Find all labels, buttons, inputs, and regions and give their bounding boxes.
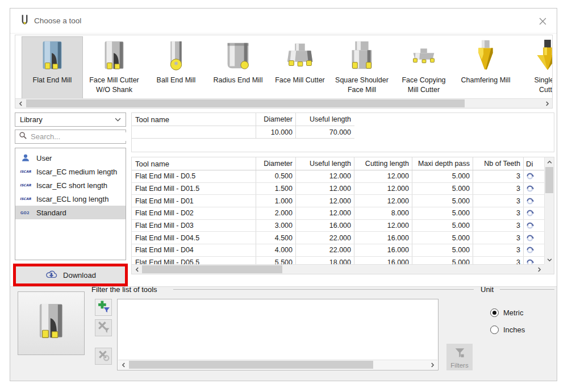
filters-button[interactable]: Filters bbox=[446, 344, 473, 370]
column-header[interactable]: Diameter bbox=[256, 157, 295, 170]
window-title: Choose a tool bbox=[34, 16, 81, 25]
search-box[interactable] bbox=[15, 130, 126, 144]
scroll-left-icon[interactable] bbox=[15, 99, 26, 108]
library-item-user[interactable]: User bbox=[15, 151, 126, 165]
scrollbar-thumb[interactable] bbox=[129, 361, 373, 369]
flat-end-mill-preview-icon bbox=[30, 301, 73, 346]
scroll-down-icon[interactable] bbox=[545, 255, 554, 264]
table-row[interactable]: Flat End Mill - D04.54.50022.00016.0005.… bbox=[132, 232, 544, 244]
filter-group-label: Filter the list of tools bbox=[91, 285, 157, 294]
filter-list-scrollbar[interactable] bbox=[118, 360, 437, 369]
filter-funnel-icon bbox=[453, 346, 467, 361]
tool-type-face-copying-mill-cutter[interactable]: Face CopyingMill Cutter bbox=[394, 37, 454, 99]
face-mill-cutter-icon bbox=[270, 38, 330, 74]
table-vertical-scrollbar[interactable] bbox=[544, 157, 554, 264]
rotation-direction-icon bbox=[523, 257, 540, 264]
cloud-download-icon bbox=[45, 269, 58, 281]
svg-text:ISCAR: ISCAR bbox=[20, 170, 31, 174]
single-angle-cutter-icon bbox=[517, 38, 552, 74]
current-tool-table: Tool name Diameter Useful length 10.000 … bbox=[131, 112, 554, 152]
column-header[interactable]: Di bbox=[523, 157, 540, 170]
tool-type-flat-end-mill[interactable]: Flat End Mill bbox=[22, 37, 82, 99]
tool-type-square-shoulder-face-mill[interactable]: Square ShoulderFace Mill bbox=[332, 37, 392, 99]
tool-type-label: Chamfering Mill bbox=[456, 76, 516, 85]
table-row[interactable]: Flat End Mill - D011.00012.00012.0005.00… bbox=[132, 195, 544, 207]
tool-type-label: Radius End Mill bbox=[208, 76, 268, 85]
library-dropdown[interactable]: Library bbox=[15, 112, 126, 127]
useful-length: 22.000 bbox=[295, 244, 354, 256]
maxi-depth-pass: 5.000 bbox=[412, 257, 473, 264]
tool-type-ball-end-mill[interactable]: Ball End Mill bbox=[146, 37, 206, 99]
library-item-iscar-ecl-long-length[interactable]: ISCARIscar_ECL long length bbox=[15, 192, 126, 206]
chamfering-mill-icon bbox=[456, 38, 516, 74]
remove-filter-icon bbox=[97, 320, 110, 336]
unit-radio-metric[interactable]: Metric bbox=[490, 308, 523, 317]
face-mill-cutter-wo-shank-icon bbox=[84, 38, 144, 74]
library-item-label: Iscar_EC short length bbox=[36, 181, 107, 190]
search-input[interactable] bbox=[31, 132, 131, 141]
library-list: UserISCARIscar_EC medium lengthISCARIsca… bbox=[15, 148, 126, 260]
tool-type-radius-end-mill[interactable]: Radius End Mill bbox=[208, 37, 268, 99]
nb-of-teeth: 3 bbox=[473, 207, 523, 219]
clear-filters-icon bbox=[97, 349, 110, 364]
library-item-standard[interactable]: GO2Standard bbox=[15, 206, 126, 219]
scroll-left-icon[interactable] bbox=[118, 360, 128, 369]
scroll-up-icon[interactable] bbox=[545, 157, 554, 166]
tool-type-face-mill-cutter-wo-shank[interactable]: Face Mill CutterW/O Shank bbox=[84, 37, 144, 99]
table-row[interactable]: Flat End Mill - D044.00022.00016.0005.00… bbox=[132, 244, 544, 257]
table-row[interactable]: Flat End Mill - D033.00016.00012.0005.00… bbox=[132, 220, 544, 232]
filter-list-box[interactable] bbox=[117, 299, 439, 370]
table-row[interactable]: Flat End Mill - D01.51.50012.00012.0005.… bbox=[132, 183, 544, 195]
scroll-right-icon[interactable] bbox=[534, 265, 544, 274]
scrollbar-thumb[interactable] bbox=[26, 99, 465, 107]
choose-a-tool-dialog: Choose a tool Flat End MillFace Mill Cut… bbox=[10, 8, 557, 381]
useful-length: 18.000 bbox=[295, 257, 354, 264]
close-icon[interactable] bbox=[536, 15, 549, 27]
tool-name: Flat End Mill - D02 bbox=[132, 207, 256, 219]
column-header[interactable]: Tool name bbox=[132, 157, 256, 170]
table-row[interactable]: Flat End Mill - D0.50.50012.00012.0005.0… bbox=[132, 170, 544, 183]
search-icon bbox=[19, 131, 27, 142]
table-horizontal-scrollbar[interactable] bbox=[132, 264, 544, 274]
library-item-iscar-ec-short-length[interactable]: ISCARIscar_EC short length bbox=[15, 178, 126, 192]
column-header[interactable]: Nb of Teeth bbox=[473, 157, 523, 170]
remove-filter-button[interactable] bbox=[95, 319, 112, 336]
table-row[interactable]: Flat End Mill - D022.00012.0008.0005.000… bbox=[132, 207, 544, 220]
column-header[interactable]: Useful length bbox=[295, 113, 354, 126]
maxi-depth-pass: 5.000 bbox=[412, 244, 473, 256]
table-row[interactable]: Flat End Mill - D05.55.50018.00016.0005.… bbox=[132, 257, 544, 264]
iscar-icon: ISCAR bbox=[20, 196, 31, 202]
column-header[interactable]: Useful length bbox=[295, 157, 354, 170]
add-filter-button[interactable] bbox=[95, 299, 112, 316]
unit-radio-inches[interactable]: Inches bbox=[490, 326, 525, 334]
maxi-depth-pass: 5.000 bbox=[412, 232, 473, 244]
tool-strip-scrollbar[interactable] bbox=[15, 98, 552, 108]
download-button[interactable]: Download bbox=[16, 266, 125, 283]
column-header[interactable]: Maxi depth pass bbox=[412, 157, 473, 170]
scroll-right-icon[interactable] bbox=[542, 99, 552, 108]
scroll-right-icon[interactable] bbox=[427, 360, 437, 369]
tool-type-single-angle-cutter[interactable]: Single-ACutte bbox=[517, 37, 552, 99]
useful-length: 12.000 bbox=[295, 195, 354, 207]
column-header[interactable]: Tool name bbox=[132, 113, 256, 126]
nb-of-teeth: 3 bbox=[473, 232, 523, 244]
diameter: 1.000 bbox=[256, 195, 295, 207]
column-header[interactable]: Cutting length bbox=[354, 157, 412, 170]
maxi-depth-pass: 5.000 bbox=[412, 220, 473, 232]
scroll-left-icon[interactable] bbox=[132, 265, 142, 274]
current-tool-diameter: 10.000 bbox=[256, 126, 295, 138]
scrollbar-thumb[interactable] bbox=[545, 167, 553, 193]
diameter: 4.500 bbox=[256, 232, 295, 244]
clear-filters-button[interactable] bbox=[95, 348, 112, 365]
radio-label: Inches bbox=[503, 326, 525, 334]
radio-button-icon bbox=[490, 308, 499, 317]
tool-type-chamfering-mill[interactable]: Chamfering Mill bbox=[456, 37, 516, 99]
tool-type-label: Face Mill CutterW/O Shank bbox=[84, 76, 144, 94]
library-item-iscar-ec-medium-length[interactable]: ISCARIscar_EC medium length bbox=[15, 165, 126, 178]
tool-name: Flat End Mill - D04.5 bbox=[132, 232, 256, 244]
radio-button-icon bbox=[490, 326, 499, 334]
scrollbar-thumb[interactable] bbox=[142, 265, 282, 273]
column-header[interactable]: Diameter bbox=[256, 113, 295, 126]
tool-name: Flat End Mill - D03 bbox=[132, 220, 256, 232]
tool-type-face-mill-cutter[interactable]: Face Mill Cutter bbox=[270, 37, 330, 99]
